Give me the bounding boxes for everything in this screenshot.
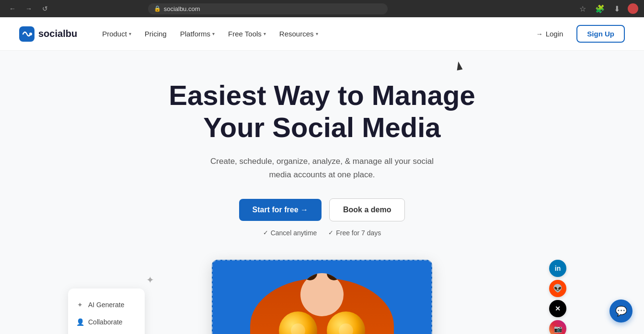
hero-section: Easiest Way to Manage Your Social Media … <box>0 51 644 334</box>
panel-item-collaborate[interactable]: 👤 Collaborate <box>68 313 145 331</box>
svg-point-1 <box>29 33 32 35</box>
hero-subtitle: Create, schedule, organize, analyze, & m… <box>202 155 442 181</box>
star-button[interactable]: ☆ <box>576 2 589 15</box>
dashboard-preview: ✦ ✦ AI Generate 👤 Collaborate ↻ Automate… <box>106 260 538 334</box>
panel-item-automate[interactable]: ↻ Automate <box>68 331 145 334</box>
nav-resources[interactable]: Resources ▾ <box>274 26 324 42</box>
back-button[interactable]: ← <box>6 2 19 15</box>
logo-text: socialbu <box>38 28 77 39</box>
product-chevron: ▾ <box>129 31 131 36</box>
check-cancel: ✓ Cancel anytime <box>263 229 317 237</box>
extensions-button[interactable]: 🧩 <box>593 2 607 15</box>
panel-item-ai-generate[interactable]: ✦ AI Generate <box>68 296 145 313</box>
social-icons-panel: in 👽 ✕ 📷 @ f ♪ P M ▶ <box>549 260 566 334</box>
browser-actions: ☆ 🧩 ⬇ <box>576 2 638 15</box>
download-button[interactable]: ⬇ <box>610 2 624 15</box>
navbar: socialbu Product ▾ Pricing Platforms ▾ F… <box>0 17 644 51</box>
reload-button[interactable]: ↺ <box>38 2 52 15</box>
url-display: socialbu.com <box>164 5 200 12</box>
hero-checks: ✓ Cancel anytime ✓ Free for 7 days <box>19 229 625 237</box>
book-demo-button[interactable]: Book a demo <box>329 198 405 221</box>
login-icon: → <box>536 30 543 38</box>
check-free: ✓ Free for 7 days <box>328 229 381 237</box>
nav-product[interactable]: Product ▾ <box>96 26 137 42</box>
nav-free-tools[interactable]: Free Tools ▾ <box>222 26 272 42</box>
collaborate-icon: 👤 <box>76 318 84 326</box>
logo-icon <box>19 26 34 42</box>
platforms-chevron: ▾ <box>212 31 215 36</box>
linkedin-icon[interactable]: in <box>549 260 566 277</box>
signup-button[interactable]: Sign Up <box>576 25 625 43</box>
hero-buttons: Start for free → Book a demo <box>19 198 625 221</box>
checkmark-icon: ✓ <box>263 229 268 236</box>
profile-avatar[interactable] <box>628 3 638 14</box>
login-button[interactable]: → Login <box>529 26 571 42</box>
main-preview-image <box>212 260 432 334</box>
twitter-x-icon[interactable]: ✕ <box>549 300 566 317</box>
instagram-icon[interactable]: 📷 <box>549 320 566 334</box>
browser-chrome: ← → ↺ 🔒 socialbu.com ☆ 🧩 ⬇ <box>0 0 644 17</box>
nav-pricing[interactable]: Pricing <box>139 26 172 42</box>
nav-links: Product ▾ Pricing Platforms ▾ Free Tools… <box>96 26 528 42</box>
star-decoration: ✦ <box>146 274 154 286</box>
address-bar[interactable]: 🔒 socialbu.com <box>148 3 388 14</box>
start-free-button[interactable]: Start for free → <box>239 199 322 221</box>
logo-link[interactable]: socialbu <box>19 26 77 42</box>
reddit-icon[interactable]: 👽 <box>549 280 566 297</box>
browser-nav: ← → ↺ <box>6 2 52 15</box>
forward-button[interactable]: → <box>22 2 35 15</box>
chat-bubble-button[interactable]: 💬 <box>610 299 632 322</box>
hero-title: Easiest Way to Manage Your Social Media <box>130 80 514 143</box>
ai-generate-icon: ✦ <box>76 301 84 309</box>
nav-actions: → Login Sign Up <box>529 25 625 43</box>
resources-chevron: ▾ <box>316 31 318 36</box>
free-tools-chevron: ▾ <box>264 31 266 36</box>
left-sidebar-panel: ✦ ✦ AI Generate 👤 Collaborate ↻ Automate… <box>68 288 145 334</box>
chat-icon: 💬 <box>615 305 627 317</box>
nav-platforms[interactable]: Platforms ▾ <box>174 26 220 42</box>
checkmark-icon-2: ✓ <box>328 229 334 236</box>
